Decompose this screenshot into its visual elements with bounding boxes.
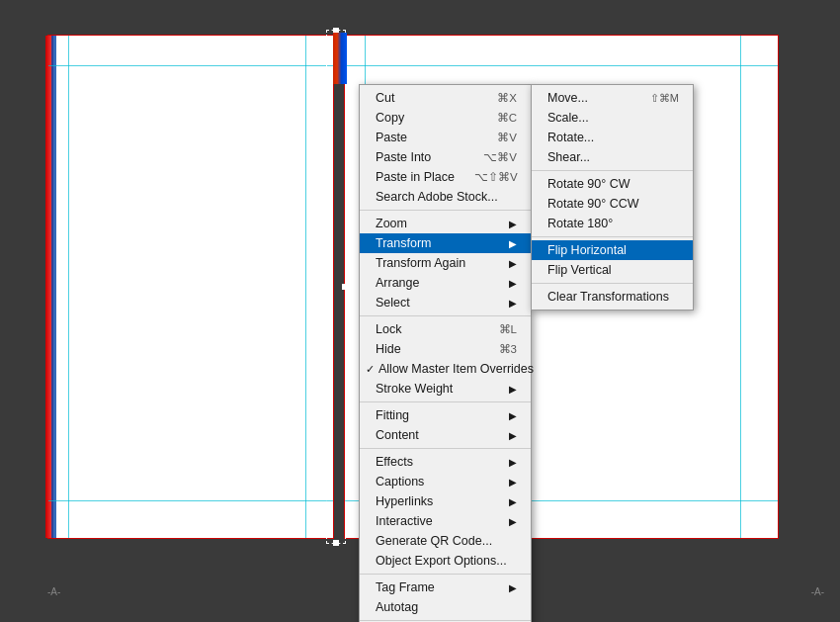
menu-item-effects[interactable]: Effects ▶ [360,452,531,472]
menu-label-generate-qr: Generate QR Code... [376,534,492,548]
menu-label-transform: Transform [376,236,432,250]
submenu-item-rotate-180[interactable]: Rotate 180° [532,214,693,233]
submenu-label-move: Move... [547,91,588,105]
submenu-label-rotate: Rotate... [547,131,594,144]
shortcut-paste-into: ⌥⌘V [483,150,517,164]
menu-label-fitting: Fitting [376,408,409,422]
menu-item-stroke-weight[interactable]: Stroke Weight ▶ [360,379,531,399]
menu-item-transform[interactable]: Transform ▶ [360,233,531,253]
submenu-item-flip-vertical[interactable]: Flip Vertical [532,260,693,280]
handle-bottom [333,540,339,546]
check-allow-master: ✓ [366,363,375,376]
shortcut-paste: ⌘V [497,131,517,144]
menu-item-zoom[interactable]: Zoom ▶ [360,214,531,233]
submenu-transform[interactable]: Move... ⇧⌘M Scale... Rotate... Shear... … [531,84,694,311]
shortcut-lock: ⌘L [499,322,517,336]
submenu-item-rotate-90cw[interactable]: Rotate 90° CW [532,174,693,194]
menu-item-paste[interactable]: Paste ⌘V [360,128,531,147]
handle-left [324,284,330,290]
arrow-zoom: ▶ [509,219,517,229]
submenu-item-shear[interactable]: Shear... [532,147,693,167]
menu-label-stroke-weight: Stroke Weight [376,382,453,396]
arrow-captions: ▶ [509,477,517,488]
menu-item-fitting[interactable]: Fitting ▶ [360,405,531,425]
menu-label-zoom: Zoom [376,217,407,230]
menu-item-cut[interactable]: Cut ⌘X [360,88,531,108]
menu-label-captions: Captions [376,475,424,489]
separator-4 [360,448,531,449]
menu-item-select[interactable]: Select ▶ [360,293,531,312]
arrow-transform-again: ▶ [509,258,517,269]
separator-3 [360,401,531,402]
submenu-label-rotate-180: Rotate 180° [547,217,613,230]
menu-item-object-export[interactable]: Object Export Options... [360,551,531,571]
menu-item-arrange[interactable]: Arrange ▶ [360,273,531,293]
guide-v-r1 [740,36,741,538]
handle-right [342,284,348,290]
submenu-sep-1 [532,170,693,171]
arrow-content: ▶ [509,430,517,441]
guide-h-1 [48,65,333,66]
menu-item-hide[interactable]: Hide ⌘3 [360,339,531,359]
menu-item-allow-master[interactable]: ✓ Allow Master Item Overrides [360,359,531,379]
menu-item-content[interactable]: Content ▶ [360,425,531,445]
submenu-item-clear-transformations[interactable]: Clear Transformations [532,287,693,307]
menu-item-tag-frame[interactable]: Tag Frame ▶ [360,578,531,597]
menu-label-select: Select [376,296,410,310]
ruler-right-text: -A- [811,586,824,597]
submenu-label-flip-vertical: Flip Vertical [547,263,612,277]
arrow-tag-frame: ▶ [509,582,517,593]
menu-label-paste-into: Paste Into [376,150,431,164]
menu-item-captions[interactable]: Captions ▶ [360,472,531,491]
menu-item-autotag[interactable]: Autotag [360,597,531,617]
menu-label-tag-frame: Tag Frame [376,580,435,594]
menu-label-paste: Paste [376,131,407,144]
menu-label-cut: Cut [376,91,394,105]
arrow-fitting: ▶ [509,410,517,421]
menu-item-paste-into[interactable]: Paste Into ⌥⌘V [360,147,531,167]
menu-item-generate-qr[interactable]: Generate QR Code... [360,531,531,551]
shortcut-hide: ⌘3 [499,342,517,356]
guide-v-2 [305,36,306,538]
guide-v-1 [68,36,69,538]
blue-bar-left [51,36,56,538]
submenu-item-rotate[interactable]: Rotate... [532,128,693,147]
menu-item-transform-again[interactable]: Transform Again ▶ [360,253,531,273]
submenu-label-scale: Scale... [547,111,589,125]
menu-item-copy[interactable]: Copy ⌘C [360,108,531,128]
submenu-label-rotate-90ccw: Rotate 90° CCW [547,197,639,211]
menu-label-paste-in-place: Paste in Place [376,170,455,184]
menu-item-lock[interactable]: Lock ⌘L [360,319,531,339]
menu-label-content: Content [376,428,419,442]
menu-label-hyperlinks: Hyperlinks [376,494,433,508]
arrow-arrange: ▶ [509,278,517,289]
menu-item-interactive[interactable]: Interactive ▶ [360,511,531,531]
submenu-item-move[interactable]: Move... ⇧⌘M [532,88,693,108]
menu-label-search-stock: Search Adobe Stock... [376,190,498,204]
submenu-item-flip-horizontal[interactable]: Flip Horizontal [532,240,693,260]
submenu-label-shear: Shear... [547,150,590,164]
top-center-element [333,33,347,84]
separator-1 [360,210,531,211]
menu-label-hide: Hide [376,342,401,356]
shortcut-cut: ⌘X [497,91,517,105]
arrow-transform: ▶ [509,238,517,249]
menu-label-autotag: Autotag [376,600,418,614]
arrow-effects: ▶ [509,457,517,468]
separator-2 [360,315,531,316]
menu-item-hyperlinks[interactable]: Hyperlinks ▶ [360,491,531,511]
context-menu[interactable]: Cut ⌘X Copy ⌘C Paste ⌘V Paste Into ⌥⌘V P… [359,84,532,622]
guide-h-2 [48,500,333,501]
menu-item-paste-in-place[interactable]: Paste in Place ⌥⇧⌘V [360,167,531,187]
guide-h-r1 [345,65,778,66]
submenu-item-rotate-90ccw[interactable]: Rotate 90° CCW [532,194,693,214]
menu-item-search-stock[interactable]: Search Adobe Stock... [360,187,531,207]
submenu-item-scale[interactable]: Scale... [532,108,693,128]
submenu-label-clear-transformations: Clear Transformations [547,290,669,304]
menu-label-interactive: Interactive [376,514,433,528]
menu-label-allow-master: Allow Master Item Overrides [378,362,534,376]
arrow-interactive: ▶ [509,516,517,527]
separator-6 [360,620,531,621]
separator-5 [360,574,531,575]
submenu-label-flip-horizontal: Flip Horizontal [547,243,627,257]
